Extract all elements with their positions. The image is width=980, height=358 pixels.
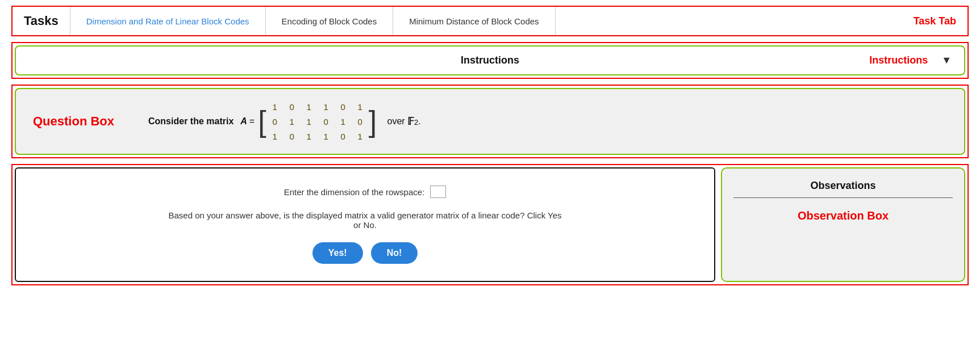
tab-dimension[interactable]: Dimension and Rate of Linear Block Codes bbox=[70, 7, 266, 35]
field-subscript: 2 bbox=[414, 118, 418, 127]
cell-0-0: 1 bbox=[272, 102, 277, 112]
cell-1-2: 1 bbox=[306, 117, 311, 127]
field-f2: 𝔽2 bbox=[407, 115, 418, 128]
cell-1-1: 1 bbox=[289, 117, 294, 127]
observations-title: Observations bbox=[810, 180, 875, 192]
observations-box: Observations Observation Box bbox=[721, 167, 965, 282]
bottom-row: Enter the dimension of the rowspace: Bas… bbox=[11, 164, 969, 285]
cell-1-3: 0 bbox=[323, 117, 328, 127]
right-bracket: ] bbox=[369, 107, 377, 136]
task-tab-right-label: Task Tab bbox=[902, 7, 968, 35]
cell-1-0: 0 bbox=[272, 117, 277, 127]
instructions-right-label: Instructions bbox=[869, 54, 928, 66]
matrix-grid: 1 0 1 1 0 1 0 1 1 0 1 0 1 0 1 1 0 bbox=[266, 100, 369, 142]
observations-divider bbox=[733, 197, 953, 198]
field-symbol: 𝔽 bbox=[407, 115, 414, 128]
instructions-chevron-icon: ▼ bbox=[941, 54, 952, 66]
dimension-input[interactable] bbox=[430, 186, 446, 198]
question-outer: Question Box Consider the matrix A = [ 1… bbox=[11, 85, 969, 158]
answer-box: Enter the dimension of the rowspace: Bas… bbox=[15, 167, 715, 282]
matrix-container: [ 1 0 1 1 0 1 0 1 1 0 1 0 1 0 1 bbox=[258, 100, 377, 142]
matrix-var-a: A bbox=[240, 116, 247, 127]
cell-0-1: 0 bbox=[289, 102, 294, 112]
question-prefix: Consider the matrix bbox=[148, 116, 233, 127]
task-tab-row: Tasks Dimension and Rate of Linear Block… bbox=[11, 6, 969, 36]
cell-1-4: 1 bbox=[340, 117, 345, 127]
instructions-center-label: Instructions bbox=[336, 54, 644, 66]
dimension-label: Enter the dimension of the rowspace: bbox=[284, 187, 425, 197]
cell-2-2: 1 bbox=[306, 132, 311, 141]
question-box: Question Box Consider the matrix A = [ 1… bbox=[15, 88, 965, 155]
cell-0-4: 0 bbox=[340, 102, 345, 112]
task-tabs: Dimension and Rate of Linear Block Codes… bbox=[70, 7, 902, 35]
instructions-row: Instructions Instructions ▼ bbox=[11, 42, 969, 79]
cell-0-3: 1 bbox=[323, 102, 328, 112]
instructions-box[interactable]: Instructions Instructions ▼ bbox=[15, 45, 965, 75]
over-text: over bbox=[385, 116, 407, 127]
cell-2-4: 0 bbox=[340, 132, 345, 141]
tab-encoding[interactable]: Encoding of Block Codes bbox=[266, 7, 394, 35]
generator-question: Based on your answer above, is the displ… bbox=[166, 210, 564, 230]
cell-0-2: 1 bbox=[306, 102, 311, 112]
observation-box-label: Observation Box bbox=[798, 209, 889, 222]
cell-2-1: 0 bbox=[289, 132, 294, 141]
equals-sign: = bbox=[249, 116, 255, 127]
period: . bbox=[418, 116, 420, 127]
cell-2-0: 1 bbox=[272, 132, 277, 141]
tab-minimum-distance[interactable]: Minimum Distance of Block Codes bbox=[393, 7, 555, 35]
question-box-label: Question Box bbox=[33, 114, 114, 129]
cell-0-5: 1 bbox=[357, 102, 362, 112]
cell-2-5: 1 bbox=[357, 132, 362, 141]
cell-1-5: 0 bbox=[357, 117, 362, 127]
tasks-label: Tasks bbox=[12, 7, 70, 35]
no-button[interactable]: No! bbox=[371, 242, 418, 264]
yes-button[interactable]: Yes! bbox=[312, 242, 363, 264]
yes-no-buttons: Yes! No! bbox=[312, 242, 418, 264]
cell-2-3: 1 bbox=[323, 132, 328, 141]
left-bracket: [ bbox=[258, 107, 266, 136]
dimension-row: Enter the dimension of the rowspace: bbox=[284, 186, 447, 198]
question-content: Consider the matrix A = [ 1 0 1 1 0 1 0 … bbox=[148, 100, 947, 142]
